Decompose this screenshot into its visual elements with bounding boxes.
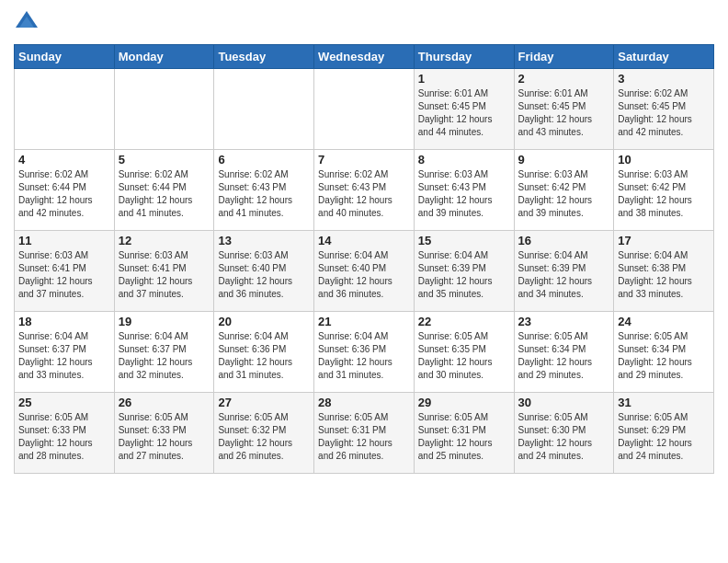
calendar-cell: 11Sunrise: 6:03 AM Sunset: 6:41 PM Dayli… <box>15 231 115 312</box>
logo <box>14 9 43 35</box>
calendar-cell <box>15 69 115 150</box>
day-info: Sunrise: 6:04 AM Sunset: 6:39 PM Dayligh… <box>418 249 510 301</box>
day-info: Sunrise: 6:02 AM Sunset: 6:44 PM Dayligh… <box>119 168 210 220</box>
day-header-tuesday: Tuesday <box>214 45 314 69</box>
calendar-cell: 5Sunrise: 6:02 AM Sunset: 6:44 PM Daylig… <box>114 150 214 231</box>
day-number: 3 <box>618 72 710 86</box>
day-info: Sunrise: 6:02 AM Sunset: 6:43 PM Dayligh… <box>318 168 410 220</box>
calendar-header-row: SundayMondayTuesdayWednesdayThursdayFrid… <box>15 45 714 69</box>
day-info: Sunrise: 6:02 AM Sunset: 6:44 PM Dayligh… <box>18 168 110 220</box>
calendar-cell: 21Sunrise: 6:04 AM Sunset: 6:36 PM Dayli… <box>314 312 415 393</box>
day-number: 22 <box>418 315 510 328</box>
day-number: 5 <box>119 153 210 167</box>
day-number: 9 <box>518 153 610 167</box>
day-number: 23 <box>518 315 610 328</box>
day-number: 19 <box>119 315 210 328</box>
day-info: Sunrise: 6:04 AM Sunset: 6:39 PM Dayligh… <box>518 249 610 301</box>
day-info: Sunrise: 6:01 AM Sunset: 6:45 PM Dayligh… <box>518 87 610 139</box>
day-info: Sunrise: 6:05 AM Sunset: 6:34 PM Dayligh… <box>618 330 710 382</box>
day-info: Sunrise: 6:05 AM Sunset: 6:29 PM Dayligh… <box>618 411 710 463</box>
calendar-cell: 10Sunrise: 6:03 AM Sunset: 6:42 PM Dayli… <box>614 150 714 231</box>
day-info: Sunrise: 6:05 AM Sunset: 6:34 PM Dayligh… <box>518 330 610 382</box>
day-info: Sunrise: 6:04 AM Sunset: 6:36 PM Dayligh… <box>318 330 410 382</box>
calendar-cell <box>214 69 314 150</box>
calendar-cell: 26Sunrise: 6:05 AM Sunset: 6:33 PM Dayli… <box>114 393 214 474</box>
calendar-table: SundayMondayTuesdayWednesdayThursdayFrid… <box>14 44 714 474</box>
day-header-wednesday: Wednesday <box>314 45 415 69</box>
calendar-cell: 28Sunrise: 6:05 AM Sunset: 6:31 PM Dayli… <box>314 393 415 474</box>
day-info: Sunrise: 6:04 AM Sunset: 6:38 PM Dayligh… <box>618 249 710 301</box>
calendar-week-row: 18Sunrise: 6:04 AM Sunset: 6:37 PM Dayli… <box>15 312 714 393</box>
calendar-cell: 22Sunrise: 6:05 AM Sunset: 6:35 PM Dayli… <box>414 312 514 393</box>
calendar-cell: 13Sunrise: 6:03 AM Sunset: 6:40 PM Dayli… <box>214 231 314 312</box>
day-number: 6 <box>218 153 310 167</box>
day-number: 10 <box>618 153 710 167</box>
day-header-saturday: Saturday <box>614 45 714 69</box>
day-info: Sunrise: 6:04 AM Sunset: 6:36 PM Dayligh… <box>218 330 310 382</box>
day-info: Sunrise: 6:04 AM Sunset: 6:37 PM Dayligh… <box>119 330 210 382</box>
day-number: 12 <box>119 234 210 247</box>
calendar-cell: 20Sunrise: 6:04 AM Sunset: 6:36 PM Dayli… <box>214 312 314 393</box>
day-number: 28 <box>318 396 410 409</box>
calendar-cell: 25Sunrise: 6:05 AM Sunset: 6:33 PM Dayli… <box>15 393 115 474</box>
calendar-cell: 24Sunrise: 6:05 AM Sunset: 6:34 PM Dayli… <box>614 312 714 393</box>
calendar-cell: 15Sunrise: 6:04 AM Sunset: 6:39 PM Dayli… <box>414 231 514 312</box>
calendar-cell: 3Sunrise: 6:02 AM Sunset: 6:45 PM Daylig… <box>614 69 714 150</box>
calendar-cell: 14Sunrise: 6:04 AM Sunset: 6:40 PM Dayli… <box>314 231 415 312</box>
day-number: 26 <box>119 396 210 409</box>
day-number: 30 <box>518 396 610 409</box>
day-info: Sunrise: 6:03 AM Sunset: 6:42 PM Dayligh… <box>618 168 710 220</box>
day-number: 25 <box>18 396 110 409</box>
day-info: Sunrise: 6:04 AM Sunset: 6:40 PM Dayligh… <box>318 249 410 301</box>
calendar-cell: 1Sunrise: 6:01 AM Sunset: 6:45 PM Daylig… <box>414 69 514 150</box>
calendar-cell: 30Sunrise: 6:05 AM Sunset: 6:30 PM Dayli… <box>514 393 614 474</box>
day-info: Sunrise: 6:05 AM Sunset: 6:33 PM Dayligh… <box>119 411 210 463</box>
calendar-cell: 23Sunrise: 6:05 AM Sunset: 6:34 PM Dayli… <box>514 312 614 393</box>
day-info: Sunrise: 6:02 AM Sunset: 6:45 PM Dayligh… <box>618 87 710 139</box>
day-header-friday: Friday <box>514 45 614 69</box>
day-info: Sunrise: 6:05 AM Sunset: 6:31 PM Dayligh… <box>418 411 510 463</box>
calendar-cell: 6Sunrise: 6:02 AM Sunset: 6:43 PM Daylig… <box>214 150 314 231</box>
calendar-cell: 18Sunrise: 6:04 AM Sunset: 6:37 PM Dayli… <box>15 312 115 393</box>
calendar-cell <box>114 69 214 150</box>
day-info: Sunrise: 6:05 AM Sunset: 6:30 PM Dayligh… <box>518 411 610 463</box>
day-info: Sunrise: 6:03 AM Sunset: 6:41 PM Dayligh… <box>119 249 210 301</box>
day-info: Sunrise: 6:02 AM Sunset: 6:43 PM Dayligh… <box>218 168 310 220</box>
day-info: Sunrise: 6:05 AM Sunset: 6:35 PM Dayligh… <box>418 330 510 382</box>
day-info: Sunrise: 6:03 AM Sunset: 6:42 PM Dayligh… <box>518 168 610 220</box>
day-number: 11 <box>18 234 110 247</box>
day-number: 29 <box>418 396 510 409</box>
calendar-cell: 16Sunrise: 6:04 AM Sunset: 6:39 PM Dayli… <box>514 231 614 312</box>
day-number: 2 <box>518 72 610 86</box>
calendar-cell: 31Sunrise: 6:05 AM Sunset: 6:29 PM Dayli… <box>614 393 714 474</box>
day-info: Sunrise: 6:04 AM Sunset: 6:37 PM Dayligh… <box>18 330 110 382</box>
calendar-cell: 29Sunrise: 6:05 AM Sunset: 6:31 PM Dayli… <box>414 393 514 474</box>
day-header-sunday: Sunday <box>15 45 115 69</box>
day-number: 20 <box>218 315 310 328</box>
day-info: Sunrise: 6:05 AM Sunset: 6:31 PM Dayligh… <box>318 411 410 463</box>
day-number: 13 <box>218 234 310 247</box>
day-header-thursday: Thursday <box>414 45 514 69</box>
day-number: 7 <box>318 153 410 167</box>
day-info: Sunrise: 6:03 AM Sunset: 6:40 PM Dayligh… <box>218 249 310 301</box>
day-number: 24 <box>618 315 710 328</box>
day-info: Sunrise: 6:05 AM Sunset: 6:32 PM Dayligh… <box>218 411 310 463</box>
calendar-week-row: 1Sunrise: 6:01 AM Sunset: 6:45 PM Daylig… <box>15 69 714 150</box>
day-info: Sunrise: 6:03 AM Sunset: 6:43 PM Dayligh… <box>418 168 510 220</box>
day-number: 8 <box>418 153 510 167</box>
logo-icon <box>14 9 40 35</box>
day-info: Sunrise: 6:03 AM Sunset: 6:41 PM Dayligh… <box>18 249 110 301</box>
day-number: 31 <box>618 396 710 409</box>
calendar-week-row: 11Sunrise: 6:03 AM Sunset: 6:41 PM Dayli… <box>15 231 714 312</box>
day-number: 21 <box>318 315 410 328</box>
day-number: 18 <box>18 315 110 328</box>
calendar-cell: 9Sunrise: 6:03 AM Sunset: 6:42 PM Daylig… <box>514 150 614 231</box>
day-number: 27 <box>218 396 310 409</box>
day-info: Sunrise: 6:05 AM Sunset: 6:33 PM Dayligh… <box>18 411 110 463</box>
calendar-cell: 12Sunrise: 6:03 AM Sunset: 6:41 PM Dayli… <box>114 231 214 312</box>
calendar-cell: 19Sunrise: 6:04 AM Sunset: 6:37 PM Dayli… <box>114 312 214 393</box>
calendar-cell: 7Sunrise: 6:02 AM Sunset: 6:43 PM Daylig… <box>314 150 415 231</box>
calendar-cell <box>314 69 415 150</box>
calendar-cell: 8Sunrise: 6:03 AM Sunset: 6:43 PM Daylig… <box>414 150 514 231</box>
day-info: Sunrise: 6:01 AM Sunset: 6:45 PM Dayligh… <box>418 87 510 139</box>
